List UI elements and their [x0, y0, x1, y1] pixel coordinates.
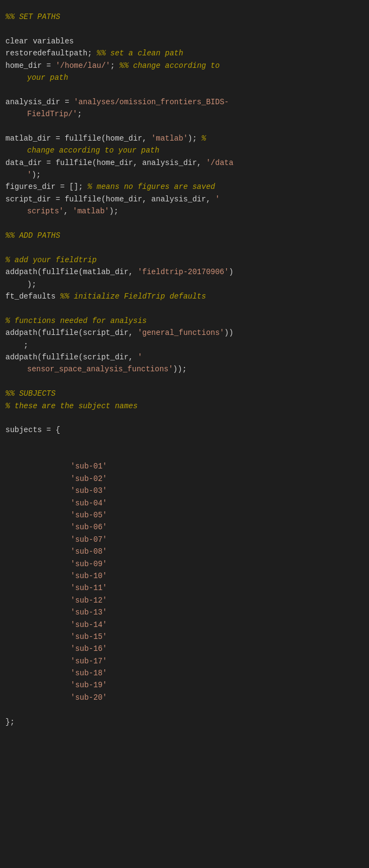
- code-line: [5, 218, 364, 230]
- code-line: [5, 704, 364, 715]
- code-line: [5, 376, 364, 388]
- code-line: change according to your path: [5, 144, 364, 156]
- code-line: 'sub-05': [5, 509, 364, 521]
- code-line: ;: [5, 339, 364, 351]
- code-line: 'sub-19': [5, 679, 364, 691]
- code-line: 'sub-16': [5, 643, 364, 655]
- code-line: [5, 302, 364, 314]
- code-line: 'sub-11': [5, 582, 364, 594]
- code-line: ');: [5, 169, 364, 181]
- code-line: [5, 84, 364, 96]
- code-line: ft_defaults %% initialize FieldTrip defa…: [5, 290, 364, 302]
- code-line: [5, 448, 364, 460]
- code-line: script_dir = fullfile(home_dir, analysis…: [5, 193, 364, 205]
- code-line: 'sub-06': [5, 521, 364, 533]
- code-line: subjects = {: [5, 424, 364, 436]
- code-line: };: [5, 716, 364, 728]
- code-line: %% SUBJECTS: [5, 388, 364, 400]
- code-line: 'sub-07': [5, 534, 364, 546]
- code-line: 'sub-20': [5, 692, 364, 704]
- code-line: [5, 412, 364, 424]
- code-line: restoredefaultpath; %% set a clean path: [5, 47, 364, 59]
- code-line: 'sub-10': [5, 570, 364, 582]
- code-line: 'sub-04': [5, 497, 364, 509]
- code-line: 'sub-08': [5, 546, 364, 557]
- code-line: % functions needed for analysis: [5, 315, 364, 327]
- code-line: 'sub-03': [5, 485, 364, 497]
- code-line: 'sub-02': [5, 473, 364, 485]
- code-line: data_dir = fullfile(home_dir, analysis_d…: [5, 157, 364, 169]
- code-line: 'sub-18': [5, 667, 364, 679]
- code-line: addpath(fullfile(script_dir, ': [5, 351, 364, 363]
- code-line: 'sub-13': [5, 606, 364, 618]
- code-line: % these are the subject names: [5, 400, 364, 412]
- code-line: sensor_space_analysis_functions'));: [5, 363, 364, 375]
- code-line: [5, 436, 364, 448]
- code-line: matlab_dir = fullfile(home_dir, 'matlab'…: [5, 132, 364, 144]
- code-line: 'sub-01': [5, 460, 364, 472]
- code-line: [5, 23, 364, 35]
- code-line: [5, 121, 364, 132]
- code-line: % add your fieldtrip: [5, 254, 364, 266]
- code-line: 'sub-14': [5, 619, 364, 631]
- code-line: figures_dir = []; % means no figures are…: [5, 181, 364, 193]
- code-line: your path: [5, 72, 364, 84]
- code-line: 'sub-09': [5, 558, 364, 570]
- code-line: 'sub-12': [5, 594, 364, 606]
- code-line: addpath(fullfile(matlab_dir, 'fieldtrip-…: [5, 266, 364, 278]
- code-line: analysis_dir = 'analyses/omission_fronti…: [5, 96, 364, 108]
- code-line: clear variables: [5, 35, 364, 47]
- code-line: 'sub-15': [5, 631, 364, 643]
- code-line: addpath(fullfile(script_dir, 'general_fu…: [5, 327, 364, 339]
- code-editor: %% SET PATHS clear variablesrestoredefau…: [5, 11, 364, 728]
- code-line: 'sub-17': [5, 655, 364, 667]
- code-line: [5, 242, 364, 254]
- code-line: scripts', 'matlab');: [5, 205, 364, 217]
- code-line: %% ADD PATHS: [5, 230, 364, 242]
- code-line: home_dir = '/home/lau/'; %% change accor…: [5, 60, 364, 72]
- code-line: %% SET PATHS: [5, 11, 364, 23]
- code-line: );: [5, 278, 364, 290]
- code-line: FieldTrip/';: [5, 108, 364, 120]
